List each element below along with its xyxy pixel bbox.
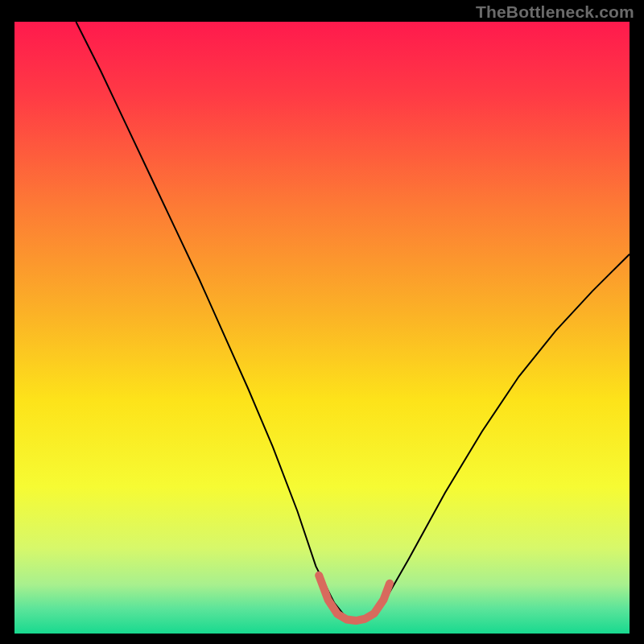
chart-background-gradient: [14, 22, 630, 634]
watermark-text: TheBottleneck.com: [476, 2, 634, 22]
chart-plot-area: [14, 22, 630, 634]
chart-frame: TheBottleneck.com: [0, 0, 644, 644]
chart-svg: [14, 22, 630, 634]
